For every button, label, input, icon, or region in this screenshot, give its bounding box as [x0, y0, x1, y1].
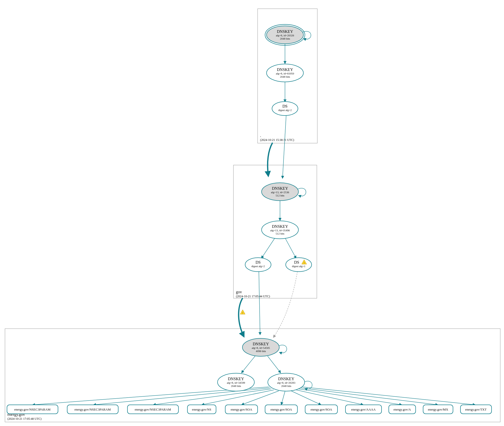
- node-eg-zsk1: DNSKEY alg=8, id=34599 2048 bits: [218, 373, 254, 391]
- rrset-label: energy.gov/NSEC3PARAM: [14, 408, 51, 411]
- rrset-label: energy.gov/NS: [192, 408, 211, 411]
- dnssec-graph: . (2024-10-21 15:38:31 UTC) gov (2024-10…: [0, 0, 504, 426]
- node-eg-zsk2: DNSKEY alg=8, id=20283 2048 bits: [268, 373, 305, 391]
- edge-gov-ds1-eg-ksk-dashed: [273, 271, 297, 338]
- edge-root-ksk-self: [302, 31, 311, 39]
- rrset-node: energy.gov/MX: [423, 405, 453, 414]
- edge-rr-3: [202, 390, 274, 405]
- rrset-label: energy.gov/NSEC3PARAM: [135, 408, 171, 411]
- rrset-node: energy.gov/SOA: [225, 405, 258, 414]
- edge-rr-5: [281, 391, 285, 405]
- zone-gov-label: gov: [236, 290, 242, 294]
- rrset-label: energy.gov/SOA: [271, 408, 292, 411]
- edge-gov-ksk-self: [297, 188, 306, 196]
- warning-icon: !: [240, 310, 245, 314]
- node-gov-ds1-l1: digest alg=1: [292, 265, 305, 268]
- edge-rr-10: [302, 387, 475, 405]
- node-eg-zsk2-l1: alg=8, id=20283: [277, 381, 295, 384]
- node-eg-zsk1-l2: 2048 bits: [231, 384, 241, 387]
- node-eg-zsk1-l1: alg=8, id=34599: [227, 381, 245, 384]
- rrset-node: energy.gov/AAAA: [345, 405, 382, 414]
- svg-text:!: !: [304, 261, 305, 264]
- edge-gov-eg-bold: [239, 298, 244, 337]
- rrset-label: energy.gov/MX: [428, 408, 448, 411]
- node-eg-zsk2-title: DNSKEY: [278, 377, 294, 381]
- rrset-node: energy.gov/NSEC3PARAM: [67, 405, 118, 414]
- node-gov-ds2-title: DS: [256, 260, 261, 264]
- svg-text:!: !: [242, 311, 243, 314]
- edge-gov-ds2-eg-ksk: [259, 271, 260, 335]
- zone-root-timestamp: (2024-10-21 15:38:31 UTC): [260, 138, 294, 142]
- node-eg-zsk1-title: DNSKEY: [228, 377, 244, 381]
- edge-root-gov-bold: [268, 143, 273, 176]
- node-gov-ksk-l2: 512 bits: [276, 194, 284, 197]
- rrset-node: energy.gov/SOA: [265, 405, 297, 414]
- node-gov-ksk-title: DNSKEY: [272, 186, 288, 190]
- node-gov-ds1: DS digest alg=1 !: [286, 258, 312, 272]
- node-eg-ksk-l1: alg=8, id=54505: [252, 346, 270, 349]
- node-root-ds-title: DS: [282, 104, 287, 108]
- rrset-node: energy.gov/NSEC3PARAM: [127, 405, 178, 414]
- node-gov-zsk-title: DNSKEY: [272, 224, 288, 229]
- edge-gov-zsk-ds2: [261, 238, 275, 258]
- node-root-ksk-title: DNSKEY: [277, 29, 293, 34]
- node-gov-ds2-l1: digest alg=2: [251, 265, 265, 268]
- node-root-ksk-l2: 2048 bits: [280, 37, 290, 40]
- edge-gov-zsk-ds1: [285, 238, 296, 258]
- rrset-label: energy.gov/SOA: [311, 408, 332, 411]
- node-eg-ksk: DNSKEY alg=8, id=54505 4096 bits: [242, 338, 279, 356]
- zone-root-label: .: [260, 133, 261, 138]
- node-gov-zsk-l1: alg=13, id=35496: [270, 229, 290, 232]
- edge-eg-ksk-zsk2: [268, 356, 281, 373]
- zone-energy-timestamp: (2024-10-21 17:05:48 UTC): [7, 417, 42, 421]
- node-root-zsk-l2: 2048 bits: [280, 75, 290, 78]
- node-eg-zsk2-l2: 2048 bits: [281, 384, 291, 387]
- zone-gov-timestamp: (2024-10-21 17:05:44 UTC): [236, 295, 270, 298]
- edge-rr-9: [301, 388, 438, 405]
- node-root-zsk-l1: alg=8, id=61050: [276, 72, 294, 75]
- rrset-label: energy.gov/AAAA: [351, 408, 376, 411]
- node-gov-ds2: DS digest alg=2: [245, 258, 271, 272]
- rrset-node: energy.gov/NSEC3PARAM: [7, 405, 58, 414]
- rrset-label: energy.gov/SOA: [231, 408, 252, 411]
- rrset-label: energy.gov/A: [393, 408, 411, 411]
- node-gov-ksk: DNSKEY alg=13, id=2536 512 bits: [262, 183, 298, 201]
- node-root-ksk: DNSKEY alg=8, id=20326 2048 bits: [265, 24, 305, 45]
- node-eg-ksk-l2: 4096 bits: [256, 350, 266, 353]
- node-root-ds-l1: digest alg=2: [278, 109, 292, 112]
- edge-rr-6: [291, 391, 321, 405]
- rrset-node: energy.gov/A: [389, 405, 416, 414]
- edge-root-ds-gov-ksk: [282, 115, 286, 179]
- rrset-node: energy.gov/NS: [187, 405, 216, 414]
- edge-eg-ksk-self: [278, 345, 287, 353]
- node-root-ds: DS digest alg=2: [272, 102, 298, 116]
- node-gov-ksk-l1: alg=13, id=2536: [271, 191, 289, 194]
- edge-rr-8: [299, 389, 402, 405]
- rrset-label: energy.gov/TXT: [465, 408, 487, 411]
- edge-eg-ksk-zsk1: [241, 356, 255, 373]
- rrset-node: energy.gov/SOA: [305, 405, 337, 414]
- node-root-zsk-title: DNSKEY: [277, 67, 293, 72]
- node-root-zsk: DNSKEY alg=8, id=61050 2048 bits: [267, 64, 303, 82]
- node-root-ksk-l1: alg=8, id=20326: [276, 34, 294, 37]
- rrset-node: energy.gov/TXT: [460, 405, 492, 414]
- node-gov-ds1-title: DS: [294, 260, 299, 264]
- edge-rr-4: [241, 391, 279, 405]
- node-gov-zsk: DNSKEY alg=13, id=35496 512 bits: [262, 221, 298, 239]
- node-eg-ksk-title: DNSKEY: [253, 342, 269, 346]
- rrset-label: energy.gov/NSEC3PARAM: [74, 408, 111, 411]
- node-gov-zsk-l2: 512 bits: [276, 232, 284, 235]
